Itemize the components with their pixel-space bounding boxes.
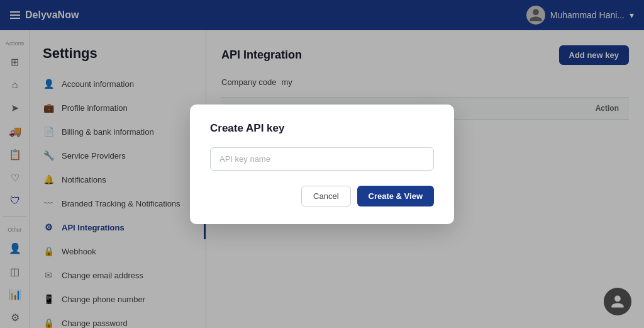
create-view-button[interactable]: Create & View [357,186,434,206]
api-key-name-input[interactable] [210,147,434,171]
modal-overlay: Create API key Cancel Create & View [0,0,644,328]
modal-title: Create API key [210,122,434,135]
cancel-button[interactable]: Cancel [301,186,350,206]
create-api-key-modal: Create API key Cancel Create & View [190,105,454,224]
modal-actions: Cancel Create & View [210,186,434,206]
